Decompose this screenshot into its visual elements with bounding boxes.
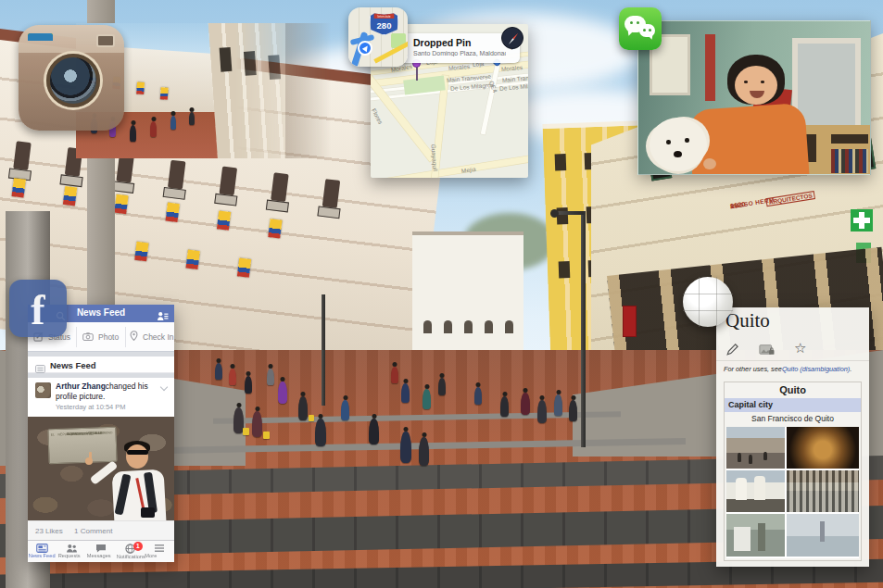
pedestrian [215,363,222,380]
map-street-label: Morales [448,63,471,71]
books [831,149,868,173]
montage-street-photo [726,427,785,469]
watchlist-star-icon[interactable]: ☆ [794,340,806,357]
article-title: Quito [725,309,770,332]
pedestrian [229,369,236,385]
wikipedia-globe-logo[interactable] [683,277,733,327]
photo-button[interactable]: Photo [77,322,125,352]
street-lamp-arm [556,211,584,215]
shopping-bag [243,428,249,435]
post-header[interactable]: Arthur Zhang changed his profile picture… [28,378,174,417]
check-in-button[interactable]: Check In [126,322,174,352]
pedestrian [400,432,411,463]
ecuador-flag [136,81,145,94]
pedestrian [278,382,287,404]
map-street-label: OE4 [488,80,498,94]
tab-more[interactable]: More [145,542,174,562]
notification-badge: 1 [133,542,143,551]
likes-comments-bar[interactable]: 23 Likes 1 Comment [28,520,174,540]
hatnote: For other uses, see Quito (disambiguatio… [724,365,867,373]
camera-viewfinder [96,34,115,47]
ecuador-flag [217,210,231,230]
pedestrian [245,376,252,394]
montage-skyline-photo [787,470,859,512]
likes-count: 23 Likes [35,527,63,535]
pedestrian [252,411,262,437]
interstate-280-shield: Interstate 280 [370,12,398,35]
red-object [705,34,715,101]
edit-pencil-icon[interactable] [725,343,739,360]
pedestrian [369,419,379,444]
pedestrian [569,400,577,421]
stone-plaque: AQUI CAYO ASESINADO EL PRESIDENTE DE LA … [47,427,117,465]
sign-pole [322,294,325,406]
sunglasses [127,450,148,455]
map-street-label: Guayaquil [431,144,439,171]
montage-church-night-photo [787,427,859,469]
tab-requests[interactable]: Requests [57,542,87,562]
pointing-finger [89,452,92,459]
pin-card-subtitle: Santo Domingo Plaza, Maldonado,... [413,50,506,56]
quito-street-collage: RUSSO HERM ARQUITECTOS AÑO 1920 [0,0,883,588]
camera-lens [46,54,100,107]
ecuador-flag [185,250,199,269]
apple-maps-icon[interactable]: Interstate 280 [348,7,408,67]
pedestrian [401,383,410,403]
post-photo[interactable]: AQUI CAYO ASESINADO EL PRESIDENTE DE LA … [28,417,174,520]
pedestrian [521,393,530,415]
pedestrian [150,121,157,137]
pedestrian [130,125,136,142]
pedestrian [500,396,509,417]
pedestrian [537,400,547,423]
ecuador-flag [237,257,251,277]
pedestrian [189,112,195,125]
tab-news-feed[interactable]: News Feed [28,542,57,562]
pedestrian [391,367,398,383]
chat-bubble-small [639,24,655,37]
wechat-shared-photo[interactable] [637,20,871,175]
infobox-native-name: San Francisco de Quito [725,412,861,426]
pedestrian [554,394,562,416]
instagram-icon[interactable] [19,25,124,131]
man-face [126,444,148,469]
post-author-line: Arthur Zhang changed his profile picture… [56,382,165,401]
post-timestamp: Yesterday at 10:54 PM [56,403,126,411]
camera [141,507,155,518]
facebook-tab-bar: News Feed Requests Messages 1 Notificati… [28,540,174,562]
pin-card-title: Dropped Pin [413,37,471,48]
center-white-building [412,231,523,350]
tab-notifications[interactable]: 1 Notifications [116,542,145,562]
pedestrian [298,396,308,420]
ecuador-flag [166,203,180,222]
pedestrian [423,389,431,409]
pedestrian [474,387,482,405]
disambiguation-link[interactable]: Quito (disambiguation) [782,365,850,373]
shopping-bag [263,432,270,439]
facebook-news-feed-panel: News Feed Status Photo [28,305,174,562]
tab-messages[interactable]: Messages [86,542,116,562]
pedestrian [341,400,349,420]
white-dog [650,118,707,171]
infobox-title: Quito [725,382,861,398]
ecuador-flag [134,242,148,261]
wechat-icon[interactable] [619,7,662,50]
map-street-label: Morales [501,64,523,72]
avatar[interactable] [35,382,51,398]
map-street-label: Main Transverse [502,73,528,83]
camera-icon [82,332,94,343]
map-street-label: De Los Milagros [450,81,494,92]
facebook-icon[interactable]: f [9,280,67,337]
comments-count: 1 Comment [74,527,112,535]
montage-white-church-photo [726,470,785,512]
shopping-bag [309,415,314,421]
compass-icon[interactable] [501,27,523,49]
pedestrian [267,369,274,385]
street-lamp-head [550,209,559,218]
pedestrian [315,419,326,446]
pedestrian [419,437,429,466]
street-lamp-pole [581,211,586,447]
dropped-pin-stick [416,67,418,81]
ecuador-flag [63,186,77,206]
image-lock-icon[interactable] [759,344,775,360]
news-feed-section-header[interactable]: News Feed [28,357,174,373]
